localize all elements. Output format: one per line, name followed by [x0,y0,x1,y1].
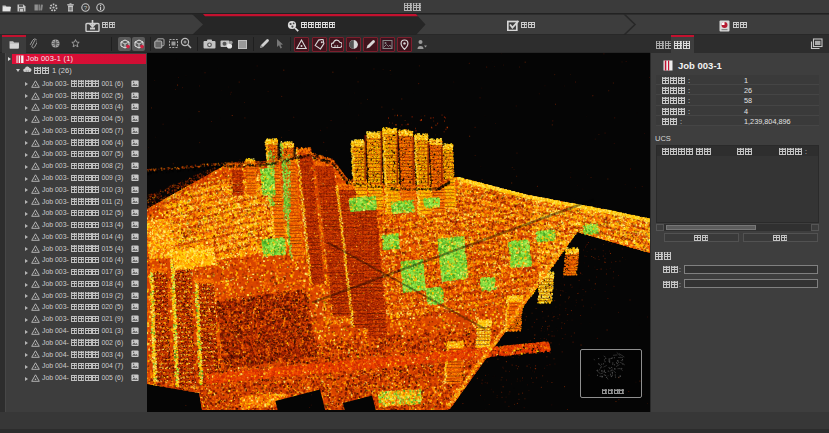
svg-text:?: ? [84,4,88,11]
